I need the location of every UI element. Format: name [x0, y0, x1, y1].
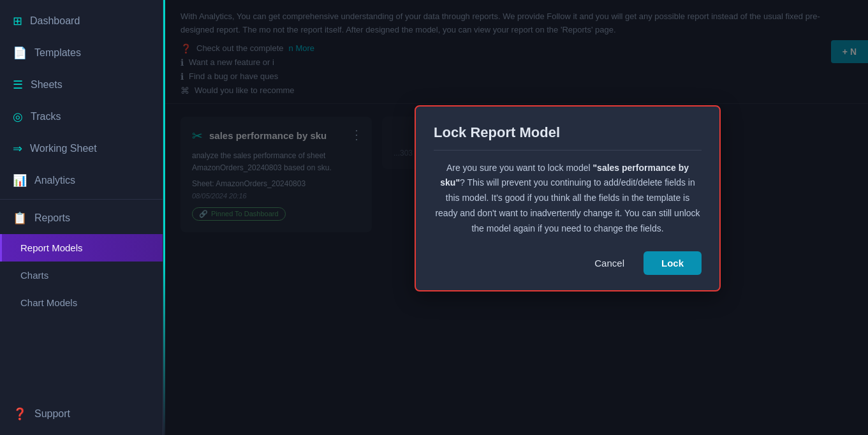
tracks-icon: ◎ — [13, 110, 23, 124]
sidebar: ⊞ Dashboard 📄 Templates ☰ Sheets ◎ Track… — [0, 0, 163, 435]
analytics-icon: 📊 — [13, 173, 27, 188]
dashboard-icon: ⊞ — [13, 14, 22, 28]
templates-icon: 📄 — [13, 46, 27, 60]
lock-modal: Lock Report Model Are you sure you want … — [415, 105, 721, 292]
working-sheet-icon: ⇒ — [13, 142, 22, 156]
lock-button[interactable]: Lock — [644, 251, 702, 275]
sidebar-item-support[interactable]: ❓ Support — [0, 398, 163, 430]
modal-body: Are you sure you want to lock model "sal… — [434, 161, 702, 237]
support-icon: ❓ — [13, 407, 27, 421]
sidebar-item-chart-models[interactable]: Chart Models — [0, 289, 163, 316]
sidebar-divider — [0, 199, 163, 200]
sidebar-item-charts[interactable]: Charts — [0, 262, 163, 289]
reports-icon: 📋 — [13, 211, 27, 225]
main-content: With Analytics, You can get comprehensiv… — [165, 0, 868, 435]
sidebar-item-sheets[interactable]: ☰ Sheets — [0, 69, 163, 101]
sidebar-item-report-models[interactable]: Report Models — [0, 234, 163, 262]
cancel-button[interactable]: Cancel — [584, 253, 635, 274]
sidebar-item-dashboard[interactable]: ⊞ Dashboard — [0, 5, 163, 37]
modal-overlay: Lock Report Model Are you sure you want … — [165, 0, 868, 435]
sidebar-item-analytics[interactable]: 📊 Analytics — [0, 165, 163, 196]
modal-actions: Cancel Lock — [434, 251, 702, 275]
sidebar-item-reports[interactable]: 📋 Reports — [0, 202, 163, 234]
sheets-icon: ☰ — [13, 78, 23, 92]
sidebar-item-tracks[interactable]: ◎ Tracks — [0, 101, 163, 133]
sidebar-item-working-sheet[interactable]: ⇒ Working Sheet — [0, 133, 163, 165]
sidebar-item-templates[interactable]: 📄 Templates — [0, 37, 163, 69]
modal-title: Lock Report Model — [434, 124, 702, 151]
